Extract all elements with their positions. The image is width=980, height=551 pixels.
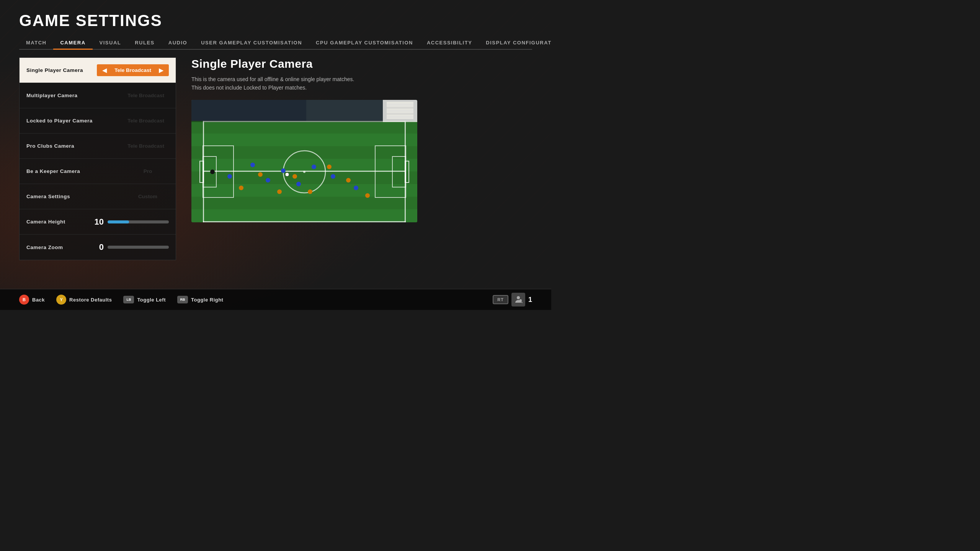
svg-rect-52 [387,116,413,118]
btn-b-icon: B [19,295,29,305]
slider-track-camera-height[interactable] [108,220,169,223]
nav-tabs: MATCH CAMERA VISUAL RULES AUDIO USER GAM… [19,37,532,50]
btn-lb-icon: LB [123,296,134,303]
value-control-multiplayer: Tele Broadcast [123,90,169,101]
setting-row-locked-to-player[interactable]: Locked to Player Camera Tele Broadcast [20,108,176,134]
svg-point-27 [250,163,255,167]
value-text-pro-clubs: Tele Broadcast [123,141,169,151]
value-control-camera-settings: Custom [127,191,169,202]
main-content: GAME SETTINGS MATCH CAMERA VISUAL RULES … [0,0,551,268]
settings-panel: Single Player Camera ◀ Tele Broadcast ▶ … [19,57,176,260]
svg-point-41 [365,193,370,198]
setting-label-pro-clubs: Pro Clubs Camera [26,143,74,149]
svg-point-34 [239,186,243,190]
value-text-camera-settings: Custom [127,191,169,202]
setting-label-single-player: Single Player Camera [26,67,83,73]
tab-visual[interactable]: VISUAL [93,37,128,50]
svg-rect-10 [191,184,417,197]
svg-point-39 [327,165,332,169]
tab-cpu-gameplay[interactable]: CPU GAMEPLAY CUSTOMISATION [309,37,420,50]
setting-row-pro-clubs[interactable]: Pro Clubs Camera Tele Broadcast [20,134,176,159]
svg-point-30 [296,182,301,186]
value-text-multiplayer: Tele Broadcast [123,90,169,101]
slider-control-camera-height: 10 [92,217,169,227]
value-text-be-a-keeper: Pro [127,166,169,176]
tab-display[interactable]: DISPLAY CONFIGURATION [479,37,551,50]
svg-rect-6 [191,134,417,146]
slider-track-camera-zoom[interactable] [108,246,169,249]
svg-rect-5 [191,121,417,134]
tab-rules[interactable]: RULES [128,37,162,50]
bottom-controls: B Back Y Restore Defaults LB Toggle Left… [19,295,493,305]
svg-point-31 [312,165,316,169]
info-panel: Single Player Camera This is the camera … [188,57,532,222]
svg-point-38 [308,189,312,194]
svg-rect-49 [387,107,413,109]
btn-y-icon: Y [56,295,66,305]
slider-label-camera-zoom: Camera Zoom [26,245,63,250]
control-toggle-left[interactable]: LB Toggle Left [123,296,166,303]
tab-camera[interactable]: CAMERA [53,37,92,50]
svg-point-29 [281,168,286,173]
svg-point-40 [346,178,351,183]
setting-label-camera-settings: Camera Settings [26,194,70,199]
svg-rect-9 [191,171,417,184]
setting-row-camera-settings[interactable]: Camera Settings Custom [20,184,176,209]
svg-point-42 [210,170,215,174]
player-count: 1 [528,296,532,304]
control-toggle-left-label: Toggle Left [137,297,166,303]
control-back[interactable]: B Back [19,295,45,305]
slider-row-camera-zoom[interactable]: Camera Zoom 0 [20,235,176,260]
info-description: This is the camera used for all offline … [191,75,406,92]
player-info: RT 1 [493,293,532,306]
value-text-single-player: Tele Broadcast [110,65,156,75]
control-toggle-right[interactable]: RB Toggle Right [177,296,223,303]
slider-control-camera-zoom: 0 [92,242,169,252]
svg-rect-12 [191,209,417,222]
slider-row-camera-height[interactable]: Camera Height 10 [20,209,176,235]
slider-fill-camera-height [108,220,129,223]
setting-label-be-a-keeper: Be a Keeper Camera [26,168,80,174]
player-badge: RT [493,295,508,304]
slider-value-camera-height: 10 [92,217,104,227]
setting-label-multiplayer: Multiplayer Camera [26,93,78,98]
slider-label-camera-height: Camera Height [26,219,65,225]
page-title: GAME SETTINGS [19,11,532,30]
arrow-left-single-player[interactable]: ◀ [99,64,110,76]
setting-label-locked-to-player: Locked to Player Camera [26,118,93,124]
svg-point-54 [519,299,522,302]
svg-rect-51 [387,113,413,115]
preview-image [191,100,417,222]
control-restore[interactable]: Y Restore Defaults [56,295,112,305]
value-text-locked-to-player: Tele Broadcast [123,116,169,126]
svg-point-26 [227,174,232,179]
value-control-locked-to-player: Tele Broadcast [123,116,169,126]
svg-point-53 [517,296,520,299]
control-back-label: Back [32,297,45,303]
control-restore-label: Restore Defaults [69,297,112,303]
svg-point-37 [292,174,297,179]
btn-rb-icon: RB [177,296,188,303]
tab-audio[interactable]: AUDIO [162,37,194,50]
tab-user-gameplay[interactable]: USER GAMEPLAY CUSTOMISATION [194,37,309,50]
setting-row-multiplayer[interactable]: Multiplayer Camera Tele Broadcast [20,83,176,108]
svg-rect-15 [203,221,406,222]
player-icon [511,293,525,306]
tab-accessibility[interactable]: ACCESSIBILITY [420,37,479,50]
info-title: Single Player Camera [191,57,532,70]
svg-point-35 [258,172,263,177]
tab-match[interactable]: MATCH [19,37,53,50]
setting-row-single-player[interactable]: Single Player Camera ◀ Tele Broadcast ▶ [20,58,176,83]
svg-rect-8 [191,159,417,171]
slider-value-camera-zoom: 0 [92,242,104,252]
value-control-single-player: ◀ Tele Broadcast ▶ [97,64,169,76]
svg-point-32 [331,174,335,179]
arrow-right-single-player[interactable]: ▶ [156,64,167,76]
svg-rect-7 [191,146,417,159]
content-area: Single Player Camera ◀ Tele Broadcast ▶ … [19,57,532,260]
svg-rect-50 [387,110,413,112]
svg-point-19 [303,171,305,173]
pitch-svg [191,100,417,222]
setting-row-be-a-keeper[interactable]: Be a Keeper Camera Pro [20,159,176,184]
svg-rect-48 [387,104,413,106]
